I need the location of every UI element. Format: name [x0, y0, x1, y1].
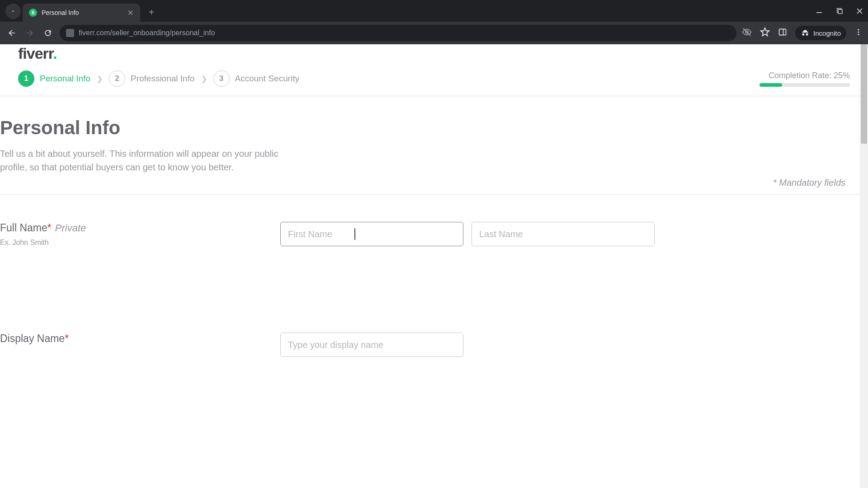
- reload-button[interactable]: [42, 27, 54, 39]
- window-controls: [816, 0, 863, 22]
- display-name-input[interactable]: [280, 333, 463, 357]
- vertical-scrollbar[interactable]: [860, 44, 868, 488]
- browser-tab[interactable]: fi Personal Info ✕: [23, 4, 140, 22]
- side-panel-button[interactable]: [778, 28, 787, 38]
- maximize-icon: [837, 8, 843, 14]
- completion-fill: [760, 83, 782, 87]
- reload-icon: [43, 28, 52, 38]
- arrow-right-icon: [25, 28, 34, 38]
- maximize-button[interactable]: [835, 8, 844, 14]
- full-name-label: Full Name*Private: [0, 222, 280, 234]
- svg-point-8: [858, 32, 859, 33]
- chevron-right-icon: ❯: [97, 75, 103, 83]
- scrollbar-thumb[interactable]: [861, 44, 867, 144]
- full-name-hint: Ex. John Smith: [0, 239, 280, 247]
- tab-close-button[interactable]: ✕: [127, 9, 134, 16]
- onboarding-stepper: 1 Personal Info ❯ 2 Professional Info ❯ …: [18, 70, 299, 87]
- url-text: fiverr.com/seller_onboarding/personal_in…: [79, 29, 215, 37]
- minimize-icon: [816, 8, 823, 14]
- incognito-label: Incognito: [813, 29, 841, 37]
- chevron-down-icon: [10, 8, 16, 14]
- tab-favicon-icon: fi: [29, 9, 37, 17]
- private-tag: Private: [55, 222, 86, 234]
- back-button[interactable]: [5, 27, 18, 39]
- panel-icon: [778, 28, 787, 37]
- tab-title: Personal Info: [42, 9, 122, 16]
- step-number: 2: [109, 70, 125, 87]
- step-label: Personal Info: [40, 74, 90, 84]
- arrow-left-icon: [7, 28, 16, 38]
- star-icon: [760, 27, 770, 37]
- page-title: Personal Info: [0, 117, 868, 139]
- completion-bar: [760, 83, 850, 87]
- chevron-right-icon: ❯: [201, 75, 207, 83]
- step-label: Professional Info: [131, 74, 195, 84]
- svg-rect-0: [816, 12, 822, 13]
- step-personal-info[interactable]: 1 Personal Info: [18, 70, 90, 87]
- tab-search-button[interactable]: [5, 4, 21, 19]
- svg-point-9: [858, 34, 859, 35]
- step-number: 3: [213, 70, 230, 87]
- last-name-input[interactable]: [472, 222, 655, 246]
- bookmark-button[interactable]: [760, 27, 770, 39]
- required-asterisk: *: [65, 333, 69, 344]
- close-window-button[interactable]: [855, 8, 863, 14]
- tab-strip: fi Personal Info ✕ +: [0, 0, 868, 22]
- browser-menu-button[interactable]: [854, 28, 863, 38]
- logo-dot: .: [53, 45, 57, 62]
- page-subtitle: Tell us a bit about yourself. This infor…: [0, 147, 298, 174]
- first-name-input[interactable]: [280, 222, 463, 246]
- incognito-indicator[interactable]: Incognito: [795, 26, 846, 40]
- svg-point-7: [858, 29, 859, 30]
- fiverr-logo[interactable]: fiverr.: [18, 45, 57, 62]
- svg-rect-5: [779, 29, 786, 35]
- new-tab-button[interactable]: +: [145, 5, 158, 19]
- close-icon: [857, 8, 863, 14]
- minimize-button[interactable]: [816, 8, 824, 14]
- incognito-icon: [801, 28, 810, 38]
- logo-text: fiverr: [18, 45, 53, 62]
- mandatory-note: * Mandatory fields: [0, 178, 868, 188]
- step-professional-info[interactable]: 2 Professional Info: [109, 70, 195, 87]
- address-bar[interactable]: fiverr.com/seller_onboarding/personal_in…: [60, 25, 736, 41]
- completion-label: Completion Rate: 25%: [760, 71, 850, 80]
- eye-off-icon[interactable]: [742, 27, 752, 39]
- step-account-security[interactable]: 3 Account Security: [213, 70, 300, 87]
- completion-rate: Completion Rate: 25%: [760, 71, 850, 87]
- forward-button[interactable]: [24, 27, 36, 39]
- browser-toolbar: fiverr.com/seller_onboarding/personal_in…: [0, 22, 868, 44]
- required-asterisk: *: [47, 222, 52, 234]
- step-label: Account Security: [235, 74, 300, 84]
- display-name-label: Display Name*: [0, 333, 280, 345]
- kebab-icon: [854, 28, 863, 36]
- text-caret: [354, 228, 355, 240]
- page-content: fiverr. 1 Personal Info ❯ 2 Professional…: [0, 44, 868, 488]
- svg-rect-2: [838, 9, 842, 14]
- step-number: 1: [18, 70, 34, 87]
- site-info-icon[interactable]: [66, 29, 74, 37]
